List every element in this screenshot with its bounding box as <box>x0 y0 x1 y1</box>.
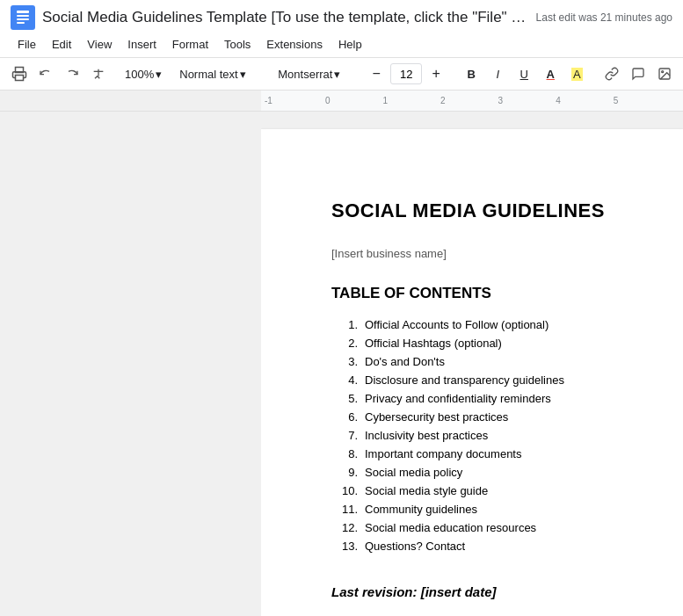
comment-button[interactable] <box>626 62 650 86</box>
toc-text-13: Questions? Contact <box>365 540 465 553</box>
toc-text-2: Official Hashtags (optional) <box>365 337 502 350</box>
last-revision: Last revision: [insert date] <box>331 584 613 599</box>
zoom-value: 100% <box>125 68 154 81</box>
ruler-mark-1: 1 <box>382 96 388 105</box>
svg-rect-5 <box>16 76 24 81</box>
ruler-mark-5: 5 <box>614 96 619 105</box>
underline-button[interactable]: U <box>512 62 536 86</box>
svg-rect-4 <box>17 22 25 24</box>
document-area[interactable]: SOCIAL MEDIA GUIDELINES [Insert business… <box>261 112 683 616</box>
ruler-mark-2: 2 <box>440 96 446 105</box>
toc-num-3: 3. <box>331 355 358 368</box>
toc-text-6: Cybersecurity best practices <box>365 410 508 424</box>
doc-title-row: Social Media Guidelines Template [To use… <box>11 5 672 30</box>
toc-text-1: Official Accounts to Follow (optional) <box>365 318 549 331</box>
toc-list: 1. Official Accounts to Follow (optional… <box>331 318 613 553</box>
menu-view[interactable]: View <box>80 35 119 54</box>
toc-num-4: 4. <box>331 373 358 387</box>
toc-item-9: 9. Social media policy <box>331 466 613 479</box>
main-area: SOCIAL MEDIA GUIDELINES [Insert business… <box>0 112 683 616</box>
last-edit-label: Last edit was 21 minutes ago <box>536 11 672 24</box>
toc-num-9: 9. <box>331 466 358 479</box>
sidebar <box>0 112 261 616</box>
zoom-selector[interactable]: 100% ▾ <box>121 62 165 86</box>
toc-item-13: 13. Questions? Contact <box>331 540 613 553</box>
svg-rect-0 <box>11 5 35 30</box>
document-main-title: SOCIAL MEDIA GUIDELINES <box>331 199 613 222</box>
toc-num-2: 2. <box>331 337 358 350</box>
toc-text-8: Important company documents <box>365 447 521 460</box>
svg-rect-1 <box>17 11 29 13</box>
font-size-decrease[interactable]: − <box>364 62 389 86</box>
ruler-scale: -1 0 1 2 3 4 5 <box>261 91 683 111</box>
font-caret: ▾ <box>334 68 340 81</box>
highlight-label: A <box>571 68 583 81</box>
italic-button[interactable]: I <box>485 62 510 86</box>
menu-edit[interactable]: Edit <box>45 35 78 54</box>
business-name-placeholder: [Insert business name] <box>331 247 613 260</box>
toc-text-4: Disclosure and transparency guidelines <box>365 373 564 387</box>
toc-num-6: 6. <box>331 410 358 424</box>
toc-item-11: 11. Community guidelines <box>331 503 613 516</box>
font-size-increase[interactable]: + <box>424 62 448 86</box>
toc-num-8: 8. <box>331 447 358 460</box>
toc-num-13: 13. <box>331 540 358 553</box>
toc-item-6: 6. Cybersecurity best practices <box>331 410 613 424</box>
ruler-left-margin <box>0 91 261 111</box>
toc-num-5: 5. <box>331 392 358 405</box>
svg-rect-3 <box>17 18 29 20</box>
font-value: Montserrat <box>278 68 332 81</box>
spellcheck-button[interactable] <box>86 62 111 86</box>
document-page[interactable]: SOCIAL MEDIA GUIDELINES [Insert business… <box>261 129 683 616</box>
toc-item-3: 3. Do's and Don'ts <box>331 355 613 368</box>
image-button[interactable] <box>652 62 677 86</box>
menu-file[interactable]: File <box>11 35 43 54</box>
text-color-button[interactable]: A <box>538 62 563 86</box>
toc-text-7: Inclusivity best practices <box>365 429 488 442</box>
svg-rect-2 <box>17 15 29 17</box>
ruler-mark-0: 0 <box>325 96 331 105</box>
toc-text-9: Social media policy <box>365 466 462 479</box>
toc-num-11: 11. <box>331 503 358 516</box>
bold-button[interactable]: B <box>459 62 483 86</box>
ruler-mark-4: 4 <box>556 96 561 105</box>
menu-help[interactable]: Help <box>331 35 369 54</box>
toc-item-12: 12. Social media education resources <box>331 521 613 534</box>
toc-num-12: 12. <box>331 521 358 534</box>
toc-item-8: 8. Important company documents <box>331 447 613 460</box>
toc-item-5: 5. Privacy and confidentiality reminders <box>331 392 613 405</box>
font-selector[interactable]: Montserrat ▾ <box>274 62 353 86</box>
toc-item-7: 7. Inclusivity best practices <box>331 429 613 442</box>
toc-num-1: 1. <box>331 318 358 331</box>
menu-extensions[interactable]: Extensions <box>259 35 330 54</box>
print-button[interactable] <box>7 62 32 86</box>
link-button[interactable] <box>599 62 624 86</box>
text-color-label: A <box>547 68 555 81</box>
menu-bar: File Edit View Insert Format Tools Exten… <box>11 33 672 57</box>
style-selector[interactable]: Normal text ▾ <box>176 62 264 86</box>
ruler-mark-3: 3 <box>498 96 504 105</box>
ruler-mark-neg1: -1 <box>265 96 272 105</box>
toolbar: 100% ▾ Normal text ▾ Montserrat ▾ − + B … <box>0 58 683 91</box>
toc-item-4: 4. Disclosure and transparency guideline… <box>331 373 613 387</box>
toc-text-11: Community guidelines <box>365 503 477 516</box>
style-value: Normal text <box>179 68 237 81</box>
docs-icon <box>11 5 35 30</box>
zoom-caret: ▾ <box>156 68 162 81</box>
toc-text-5: Privacy and confidentiality reminders <box>365 392 551 405</box>
undo-button[interactable] <box>33 62 58 86</box>
title-bar: Social Media Guidelines Template [To use… <box>0 0 683 58</box>
highlight-button[interactable]: A <box>564 62 589 86</box>
menu-tools[interactable]: Tools <box>217 35 258 54</box>
menu-format[interactable]: Format <box>165 35 215 54</box>
toc-text-10: Social media style guide <box>365 484 488 497</box>
toc-item-10: 10. Social media style guide <box>331 484 613 497</box>
svg-point-8 <box>662 71 664 73</box>
menu-insert[interactable]: Insert <box>120 35 163 54</box>
toc-num-7: 7. <box>331 429 358 442</box>
font-size-input[interactable] <box>390 63 422 84</box>
toc-text-12: Social media education resources <box>365 521 536 534</box>
toc-num-10: 10. <box>331 484 358 497</box>
redo-button[interactable] <box>60 62 84 86</box>
document-title: Social Media Guidelines Template [To use… <box>42 9 529 26</box>
